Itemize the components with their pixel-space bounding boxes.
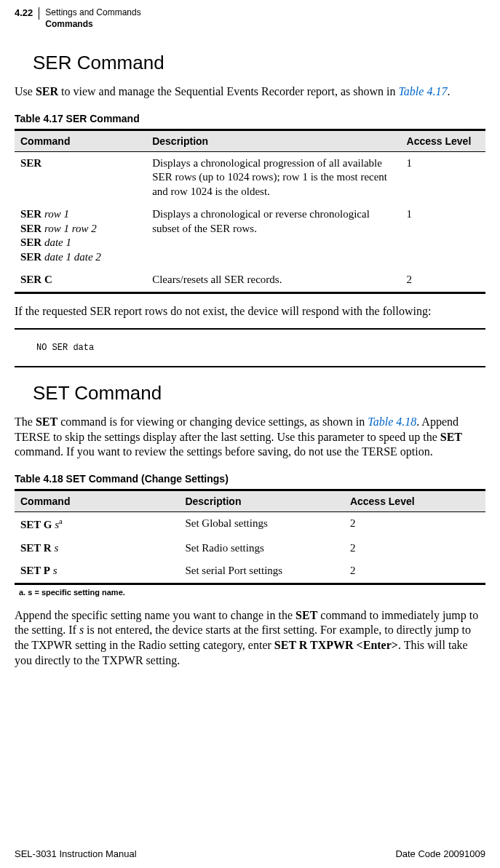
cmd-cell: SER row 1SER row 1 row 2SER date 1SER da…: [15, 203, 146, 268]
cmd-cell: SET G sa: [15, 512, 179, 537]
table-footnote: a. s = specific setting name.: [19, 588, 485, 597]
page-footer: SEL-3031 Instruction Manual Date Code 20…: [15, 848, 485, 859]
table-row: SET G sa Set Global settings 2: [15, 512, 485, 537]
text: command is for viewing or changing devic…: [57, 415, 368, 428]
page-header: 4.22 Settings and Commands Commands: [15, 7, 485, 30]
cmd-cell: SER: [15, 151, 146, 203]
desc-cell: Set Radio settings: [179, 537, 344, 560]
acc-cell: 1: [401, 151, 485, 203]
table-row: SET P s Set serial Port settings 2: [15, 560, 485, 584]
ser-table-caption: Table 4.17 SER Command: [15, 113, 485, 124]
table-link[interactable]: Table 4.18: [368, 415, 416, 428]
text: Append the specific setting name you wan…: [15, 609, 295, 621]
th-access: Access Level: [344, 490, 485, 512]
divider: [15, 366, 485, 367]
th-command: Command: [15, 130, 146, 151]
text: The: [15, 415, 36, 428]
set-heading: SET Command: [33, 382, 485, 405]
ser-after-text: If the requested SER report rows do not …: [15, 304, 485, 319]
table-row: SER row 1SER row 1 row 2SER date 1SER da…: [15, 203, 485, 268]
ser-heading: SER Command: [33, 52, 485, 74]
desc-cell: Displays a chronological progression of …: [146, 151, 400, 203]
acc-cell: 2: [344, 512, 485, 537]
text: Use: [15, 85, 36, 97]
acc-cell: 2: [401, 268, 485, 292]
page: 4.22 Settings and Commands Commands SER …: [0, 0, 500, 868]
header-subtitle: Commands: [45, 19, 140, 31]
cmd-cell: SET R s: [15, 537, 179, 560]
acc-cell: 1: [401, 203, 485, 268]
desc-cell: Clears/resets all SER records.: [146, 268, 400, 292]
th-description: Description: [179, 490, 344, 512]
th-description: Description: [146, 130, 400, 151]
table-header-row: Command Description Access Level: [15, 490, 485, 512]
code-block-wrap: NO SER data: [15, 328, 485, 367]
text-bold: SET: [440, 431, 462, 443]
text-bold: SET R TXPWR <Enter>: [274, 639, 398, 651]
set-intro: The SET command is for viewing or changi…: [15, 415, 485, 460]
table-header-row: Command Description Access Level: [15, 130, 485, 151]
ser-intro: Use SER to view and manage the Sequentia…: [15, 84, 485, 100]
header-title: Settings and Commands: [45, 7, 140, 19]
text-bold: SER: [36, 85, 58, 97]
ser-table: Command Description Access Level SER Dis…: [15, 129, 485, 294]
table-row: SET R s Set Radio settings 2: [15, 537, 485, 560]
desc-cell: Set serial Port settings: [179, 560, 344, 584]
page-number: 4.22: [15, 7, 39, 20]
cmd-cell: SET P s: [15, 560, 179, 584]
acc-cell: 2: [344, 537, 485, 560]
set-table: Command Description Access Level SET G s…: [15, 489, 485, 585]
footer-left: SEL-3031 Instruction Manual: [15, 848, 137, 859]
table-row: SER Displays a chronological progression…: [15, 151, 485, 203]
table-row: SER C Clears/resets all SER records. 2: [15, 268, 485, 292]
text: command. If you want to review the setti…: [15, 445, 433, 458]
acc-cell: 2: [344, 560, 485, 584]
desc-cell: Displays a chronological or reverse chro…: [146, 203, 400, 268]
set-after-text: Append the specific setting name you wan…: [15, 608, 485, 669]
code-output: NO SER data: [15, 330, 485, 366]
th-command: Command: [15, 490, 179, 512]
header-titles: Settings and Commands Commands: [39, 7, 140, 30]
cmd-cell: SER C: [15, 268, 146, 292]
text-bold: SET: [295, 609, 317, 621]
footer-right: Date Code 20091009: [395, 848, 485, 859]
th-access: Access Level: [401, 130, 485, 151]
text: .: [447, 85, 450, 97]
desc-cell: Set Global settings: [179, 512, 344, 537]
table-link[interactable]: Table 4.17: [398, 85, 447, 97]
set-table-caption: Table 4.18 SET Command (Change Settings): [15, 473, 485, 485]
text: to view and manage the Sequential Events…: [58, 85, 398, 97]
text-bold: SET: [36, 415, 57, 428]
